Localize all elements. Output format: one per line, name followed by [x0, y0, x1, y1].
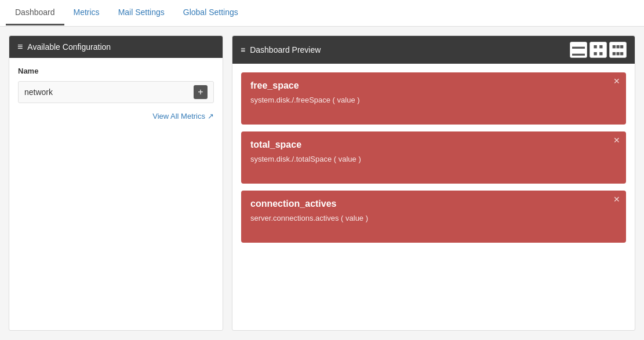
list-view-icon: ▬▬▬▬	[572, 43, 585, 57]
view-all-label: View All Metrics	[152, 112, 205, 120]
right-panel-header: ≡ Dashboard Preview ▬▬▬▬ ■ ■■ ■ ■■■■■■	[232, 36, 635, 64]
view-toggle-list[interactable]: ▬▬▬▬	[570, 42, 587, 58]
metric-card-free-space: ✕ free_space system.disk./.freeSpace ( v…	[241, 72, 626, 125]
menu-icon: ≡	[17, 42, 23, 52]
view-all-link-container: View All Metrics ↗	[18, 112, 214, 120]
grid3-view-icon: ■■■■■■	[612, 43, 624, 57]
right-panel-title: Dashboard Preview	[250, 45, 321, 54]
free-space-value: system.disk./.freeSpace ( value )	[250, 96, 617, 104]
metric-card-connection-actives: ✕ connection_actives server.connections.…	[241, 191, 626, 243]
tab-dashboard[interactable]: Dashboard	[6, 1, 64, 25]
connection-actives-title: connection_actives	[250, 199, 617, 209]
left-panel-header: ≡ Available Configuration	[9, 36, 223, 58]
tab-mail-settings[interactable]: Mail Settings	[109, 1, 174, 25]
metric-card-total-space: ✕ total_space system.disk./.totalSpace (…	[241, 131, 626, 184]
total-space-title: total_space	[250, 140, 617, 150]
config-row: network +	[18, 81, 214, 103]
right-panel-header-left: ≡ Dashboard Preview	[241, 45, 321, 54]
grid2-view-icon: ■ ■■ ■	[594, 43, 603, 57]
top-nav: Dashboard Metrics Mail Settings Global S…	[0, 0, 644, 27]
left-panel-body: Name network + View All Metrics ↗	[9, 58, 223, 129]
external-link-icon: ↗	[208, 112, 214, 120]
close-connection-actives-button[interactable]: ✕	[613, 195, 620, 203]
close-free-space-button[interactable]: ✕	[613, 77, 620, 85]
left-panel-title: Available Configuration	[27, 42, 111, 52]
config-name-value: network	[24, 87, 189, 97]
tab-metrics[interactable]: Metrics	[64, 1, 109, 25]
close-total-space-button[interactable]: ✕	[613, 136, 620, 144]
free-space-title: free_space	[250, 81, 617, 91]
name-column-label: Name	[18, 67, 214, 75]
left-panel: ≡ Available Configuration Name network +…	[9, 35, 223, 331]
view-toggle-grid2[interactable]: ■ ■■ ■	[590, 42, 607, 58]
right-panel: ≡ Dashboard Preview ▬▬▬▬ ■ ■■ ■ ■■■■■■ ✕…	[232, 35, 635, 331]
add-config-button[interactable]: +	[194, 85, 208, 99]
total-space-value: system.disk./.totalSpace ( value )	[250, 155, 617, 163]
tab-global-settings[interactable]: Global Settings	[174, 1, 248, 25]
menu-icon-right: ≡	[241, 45, 245, 54]
cards-container: ✕ free_space system.disk./.freeSpace ( v…	[232, 64, 635, 251]
connection-actives-value: server.connections.actives ( value )	[250, 214, 617, 222]
view-toggle-group: ▬▬▬▬ ■ ■■ ■ ■■■■■■	[570, 42, 627, 58]
view-toggle-grid3[interactable]: ■■■■■■	[609, 42, 627, 58]
main-content: ≡ Available Configuration Name network +…	[0, 27, 644, 339]
view-all-metrics-link[interactable]: View All Metrics ↗	[152, 112, 214, 120]
